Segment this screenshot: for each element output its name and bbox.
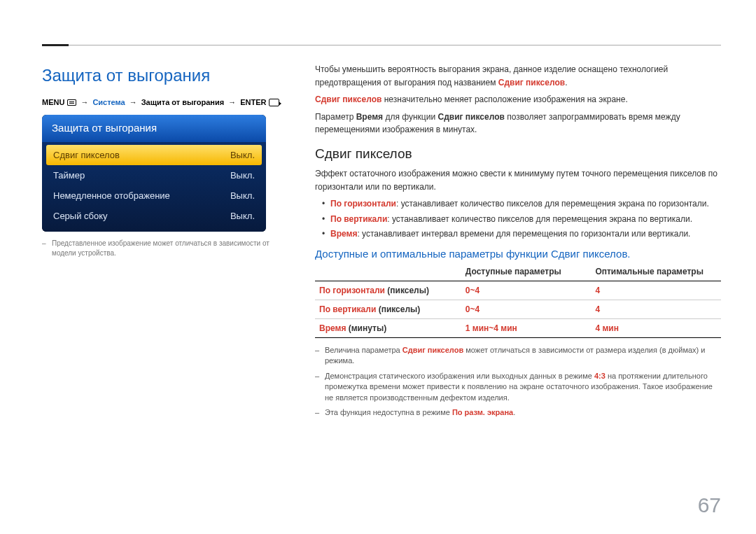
params-table: Доступные параметры Оптимальные параметр… xyxy=(315,264,721,338)
table-cell-optimal: 4 мин xyxy=(591,318,721,337)
text: для функции xyxy=(383,112,438,122)
table-header-optimal: Оптимальные параметры xyxy=(591,264,721,281)
text: Демонстрация статического изображения ил… xyxy=(325,372,594,380)
enter-icon xyxy=(269,99,279,106)
osd-row-timer[interactable]: Таймер Выкл. xyxy=(46,165,262,185)
osd-row-label: Таймер xyxy=(53,170,85,181)
table-cell-param: По вертикали (пикселы) xyxy=(315,300,461,318)
intro-paragraph-1: Чтобы уменьшить вероятность выгорания эк… xyxy=(315,63,721,89)
note-item: Эта функция недоступна в режиме По разм.… xyxy=(315,407,721,418)
section-title: Защита от выгорания xyxy=(42,66,294,85)
menu-icon xyxy=(67,99,76,106)
arrow-icon: → xyxy=(80,98,88,106)
breadcrumb: MENU → Система → Защита от выгорания → E… xyxy=(42,98,294,106)
osd-row-immediate-display[interactable]: Немедленное отображение Выкл. xyxy=(46,185,262,206)
osd-row-label: Немедленное отображение xyxy=(53,190,170,201)
highlight: По горизонтали xyxy=(319,286,385,295)
table-cell-optimal: 4 xyxy=(591,300,721,318)
osd-row-value: Выкл. xyxy=(230,190,255,201)
text: Величина параметра xyxy=(325,346,402,354)
columns: Защита от выгорания MENU → Система → Защ… xyxy=(42,63,721,418)
bold-text: (пикселы) xyxy=(376,304,420,314)
list-item: Время: устанавливает интервал времени дл… xyxy=(315,227,721,241)
highlight: По вертикали xyxy=(319,304,376,314)
note-item: Величина параметра Сдвиг пикселов может … xyxy=(315,345,721,367)
table-cell-available: 1 мин~4 мин xyxy=(461,318,592,337)
bold-text: (пикселы) xyxy=(385,286,429,295)
text: : устанавливает интервал времени для пер… xyxy=(357,229,690,239)
text: Параметр xyxy=(315,112,356,122)
page-number: 67 xyxy=(698,493,721,517)
note-item: Демонстрация статического изображения ил… xyxy=(315,371,721,403)
arrow-icon: → xyxy=(228,98,236,106)
highlight: Сдвиг пикселов xyxy=(315,94,382,104)
page: Защита от выгорания MENU → Система → Защ… xyxy=(0,0,756,534)
table-cell-param: Время (минуты) xyxy=(315,318,461,337)
osd-title: Защита от выгорания xyxy=(42,115,266,142)
osd-row-value: Выкл. xyxy=(230,211,255,221)
bold-text: Время xyxy=(356,112,383,122)
table-cell-available: 0~4 xyxy=(461,281,592,300)
bold-text: (минуты) xyxy=(346,323,386,333)
table-caption: Доступные и оптимальные параметры функци… xyxy=(315,248,721,260)
osd-body: Сдвиг пикселов Выкл. Таймер Выкл. Немедл… xyxy=(42,142,266,232)
table-cell-param: По горизонтали (пикселы) xyxy=(315,281,461,300)
table-cell-available: 0~4 xyxy=(461,300,592,318)
table-header-row: Доступные параметры Оптимальные параметр… xyxy=(315,264,721,281)
text: : устанавливает количество пикселов для … xyxy=(396,199,709,209)
osd-row-label: Сдвиг пикселов xyxy=(53,150,120,160)
text: незначительно меняет расположение изобра… xyxy=(382,94,627,104)
intro-paragraph-2: Сдвиг пикселов незначительно меняет расп… xyxy=(315,93,721,106)
highlight: Время xyxy=(330,229,357,239)
table-header xyxy=(315,264,461,281)
table-header-available: Доступные параметры xyxy=(461,264,592,281)
highlight: Сдвиг пикселов xyxy=(498,78,565,87)
table-row: По вертикали (пикселы) 0~4 4 xyxy=(315,300,721,318)
table-row: По горизонтали (пикселы) 0~4 4 xyxy=(315,281,721,300)
text: . xyxy=(513,408,515,416)
text: Чтобы уменьшить вероятность выгорания эк… xyxy=(315,64,668,87)
highlight: Сдвиг пикселов xyxy=(402,346,463,354)
highlight: Время xyxy=(319,323,346,333)
right-column: Чтобы уменьшить вероятность выгорания эк… xyxy=(315,63,721,418)
osd-footnote: Представленное изображение может отличат… xyxy=(42,239,294,258)
osd-row-side-gray[interactable]: Серый сбоку Выкл. xyxy=(46,206,262,226)
osd-row-pixel-shift[interactable]: Сдвиг пикселов Выкл. xyxy=(46,145,262,165)
list-item: По вертикали: устанавливает количество п… xyxy=(315,213,721,226)
highlight: По вертикали xyxy=(330,214,387,224)
table-cell-optimal: 4 xyxy=(591,281,721,300)
breadcrumb-burn: Защита от выгорания xyxy=(141,98,224,106)
breadcrumb-menu-label: MENU xyxy=(42,98,64,106)
breadcrumb-enter-label: ENTER xyxy=(240,98,266,106)
notes: Величина параметра Сдвиг пикселов может … xyxy=(315,345,721,418)
highlight: По горизонтали xyxy=(330,199,396,209)
osd-panel: Защита от выгорания Сдвиг пикселов Выкл.… xyxy=(42,115,266,232)
intro-paragraph-3: Параметр Время для функции Сдвиг пиксело… xyxy=(315,111,721,136)
arrow-icon: → xyxy=(130,98,137,106)
text: Эта функция недоступна в режиме xyxy=(325,408,452,416)
osd-row-label: Серый сбоку xyxy=(53,211,108,221)
highlight: По разм. экрана xyxy=(452,408,513,416)
text: . xyxy=(565,78,567,87)
highlight: 4:3 xyxy=(594,372,606,380)
subsection-desc: Эффект остаточного изображения можно све… xyxy=(315,167,721,193)
bullet-list: По горизонтали: устанавливает количество… xyxy=(315,197,721,241)
text: : устанавливает количество пикселов для … xyxy=(387,214,692,224)
bold-text: Сдвиг пикселов xyxy=(438,112,504,122)
list-item: По горизонтали: устанавливает количество… xyxy=(315,197,721,211)
left-column: Защита от выгорания MENU → Система → Защ… xyxy=(42,63,294,418)
table-row: Время (минуты) 1 мин~4 мин 4 мин xyxy=(315,318,721,337)
top-rule-accent xyxy=(42,44,69,46)
top-rule xyxy=(42,45,721,45)
breadcrumb-system: Система xyxy=(92,98,125,106)
osd-row-value: Выкл. xyxy=(230,170,255,181)
osd-row-value: Выкл. xyxy=(230,150,255,160)
subsection-title: Сдвиг пикселов xyxy=(315,146,721,162)
